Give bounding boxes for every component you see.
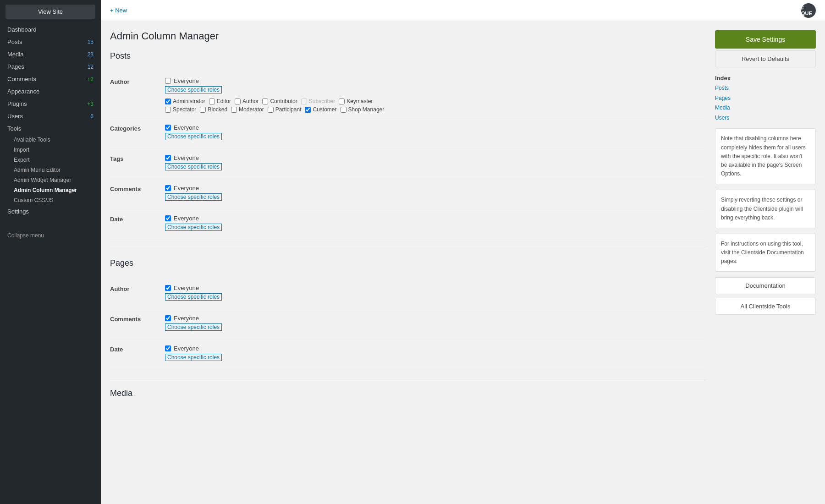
topbar: + New F QUE (101, 0, 825, 21)
sidebar-item-appearance[interactable]: Appearance (0, 85, 101, 98)
role-author-checkbox[interactable] (235, 99, 241, 104)
pages-date-choose-link[interactable]: Choose specific roles (165, 354, 222, 361)
pages-date-everyone-checkbox[interactable] (165, 345, 171, 351)
role-shop-manager-checkbox[interactable] (341, 107, 346, 113)
new-button[interactable]: + New (110, 7, 127, 14)
posts-pages-divider (110, 249, 706, 249)
sidebar-item-posts[interactable]: Posts 15 (0, 36, 101, 48)
avatar: F QUE (801, 3, 816, 18)
sidebar-item-plugins[interactable]: Plugins +3 (0, 98, 101, 110)
posts-tags-choose-link[interactable]: Choose specific roles (165, 163, 222, 170)
pages-date-options: Everyone Choose specific roles (165, 345, 706, 364)
sidebar-item-media[interactable]: Media 23 (0, 48, 101, 60)
posts-comments-label: Comments (110, 185, 165, 192)
role-spectator-checkbox[interactable] (165, 107, 171, 113)
posts-categories-label: Categories (110, 124, 165, 132)
info-box-1: Note that disabling columns here complet… (715, 128, 816, 184)
sidebar-subitem-admin-widget-manager[interactable]: Admin Widget Manager (14, 175, 101, 185)
tools-submenu: Available Tools Import Export Admin Menu… (0, 135, 101, 205)
index-title: Index (715, 75, 816, 82)
posts-section-title: Posts (110, 51, 706, 65)
role-administrator: Administrator (165, 98, 205, 104)
role-customer: Customer (305, 106, 336, 113)
view-site-button[interactable]: View Site (6, 5, 95, 19)
index-link-posts[interactable]: Posts (715, 83, 816, 93)
main-content: + New F QUE Admin Column Manager Posts A… (101, 0, 825, 504)
main-panel: Admin Column Manager Posts Author Everyo… (110, 30, 706, 409)
role-contributor-checkbox[interactable] (262, 99, 268, 104)
posts-author-choose-link[interactable]: Choose specific roles (165, 86, 222, 93)
role-customer-checkbox[interactable] (305, 107, 311, 113)
posts-author-options: Everyone Choose specific roles Administr… (165, 77, 706, 113)
role-blocked-checkbox[interactable] (200, 107, 206, 113)
save-settings-button[interactable]: Save Settings (715, 30, 816, 49)
collapse-menu[interactable]: Collapse menu (0, 227, 101, 244)
sidebar-item-users[interactable]: Users 6 (0, 110, 101, 122)
role-keymaster-checkbox[interactable] (339, 99, 345, 104)
role-subscriber: Subscriber (301, 98, 335, 104)
posts-tags-options: Everyone Choose specific roles (165, 154, 706, 173)
role-administrator-checkbox[interactable] (165, 99, 171, 104)
pages-author-row: Author Everyone Choose specific roles (110, 279, 706, 309)
right-sidebar: Save Settings Revert to Defaults Index P… (715, 30, 816, 409)
posts-tags-everyone-checkbox[interactable] (165, 155, 171, 161)
pages-comments-choose-link[interactable]: Choose specific roles (165, 323, 222, 331)
documentation-button[interactable]: Documentation (715, 277, 816, 294)
index-link-pages[interactable]: Pages (715, 93, 816, 104)
index-link-media[interactable]: Media (715, 103, 816, 113)
sidebar-item-comments[interactable]: Comments +2 (0, 73, 101, 85)
sidebar-subitem-admin-column-manager[interactable]: Admin Column Manager (14, 185, 101, 195)
index-box: Index Posts Pages Media Users (715, 75, 816, 123)
pages-comments-everyone-checkbox[interactable] (165, 315, 171, 321)
role-blocked: Blocked (200, 106, 227, 113)
posts-date-choose-link[interactable]: Choose specific roles (165, 224, 222, 231)
posts-comments-row: Comments Everyone Choose specific roles (110, 179, 706, 209)
posts-author-everyone-label: Everyone (174, 77, 199, 84)
sidebar-item-tools[interactable]: Tools (0, 122, 101, 135)
pages-media-divider (110, 379, 706, 379)
posts-comments-everyone-checkbox[interactable] (165, 185, 171, 191)
info-box-2: Simply reverting these settings or disab… (715, 190, 816, 228)
role-author: Author (235, 98, 258, 104)
role-moderator: Moderator (231, 106, 264, 113)
pages-comments-label: Comments (110, 315, 165, 323)
posts-categories-row: Categories Everyone Choose specific role… (110, 119, 706, 149)
role-spectator: Spectator (165, 106, 196, 113)
pages-section: Pages Author Everyone Choose specific ro… (110, 258, 706, 370)
pages-section-title: Pages (110, 258, 706, 272)
pages-author-options: Everyone Choose specific roles (165, 285, 706, 303)
sidebar-item-pages[interactable]: Pages 12 (0, 60, 101, 73)
role-editor-checkbox[interactable] (209, 99, 215, 104)
posts-author-row: Author Everyone Choose specific roles Ad… (110, 72, 706, 119)
doc-info-box: For instructions on using this tool, vis… (715, 234, 816, 272)
revert-defaults-button[interactable]: Revert to Defaults (715, 50, 816, 67)
posts-comments-choose-link[interactable]: Choose specific roles (165, 193, 222, 201)
posts-date-row: Date Everyone Choose specific roles (110, 209, 706, 240)
sidebar: View Site Dashboard Posts 15 Media 23 Pa… (0, 0, 101, 504)
posts-comments-options: Everyone Choose specific roles (165, 185, 706, 203)
role-moderator-checkbox[interactable] (231, 107, 237, 113)
posts-tags-row: Tags Everyone Choose specific roles (110, 149, 706, 179)
all-clientside-tools-button[interactable]: All Clientside Tools (715, 298, 816, 315)
sidebar-subitem-available-tools[interactable]: Available Tools (14, 135, 101, 145)
sidebar-item-settings[interactable]: Settings (0, 205, 101, 218)
role-editor: Editor (209, 98, 231, 104)
posts-author-everyone-checkbox[interactable] (165, 78, 171, 84)
posts-tags-label: Tags (110, 154, 165, 162)
role-participant-checkbox[interactable] (268, 107, 274, 113)
posts-date-everyone-checkbox[interactable] (165, 215, 171, 221)
sidebar-subitem-custom-css-js[interactable]: Custom CSS/JS (14, 195, 101, 205)
sidebar-subitem-export[interactable]: Export (14, 155, 101, 165)
sidebar-item-dashboard[interactable]: Dashboard (0, 23, 101, 36)
sidebar-subitem-admin-menu-editor[interactable]: Admin Menu Editor (14, 165, 101, 175)
sidebar-subitem-import[interactable]: Import (14, 145, 101, 155)
pages-comments-row: Comments Everyone Choose specific roles (110, 309, 706, 340)
pages-author-choose-link[interactable]: Choose specific roles (165, 293, 222, 301)
posts-author-roles: Administrator Editor Author (165, 98, 706, 104)
posts-section: Posts Author Everyone Choose specific ro… (110, 51, 706, 240)
posts-categories-choose-link[interactable]: Choose specific roles (165, 133, 222, 140)
pages-author-everyone-checkbox[interactable] (165, 285, 171, 291)
pages-author-label: Author (110, 285, 165, 292)
posts-categories-everyone-checkbox[interactable] (165, 125, 171, 131)
index-link-users[interactable]: Users (715, 113, 816, 123)
